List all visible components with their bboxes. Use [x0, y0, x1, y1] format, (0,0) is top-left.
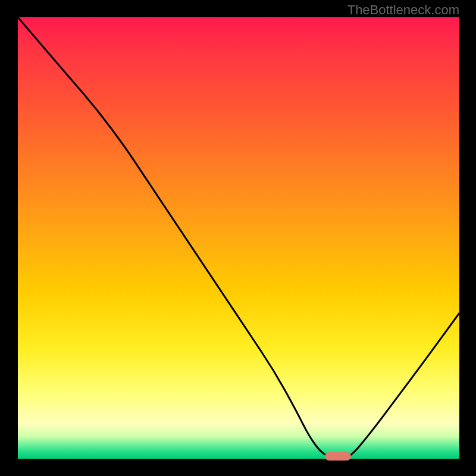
chart-container: TheBottleneck.com — [0, 0, 476, 476]
plot-area — [18, 17, 459, 459]
optimal-marker — [325, 452, 351, 461]
bottleneck-curve — [18, 17, 459, 459]
watermark-text: TheBottleneck.com — [347, 2, 459, 18]
